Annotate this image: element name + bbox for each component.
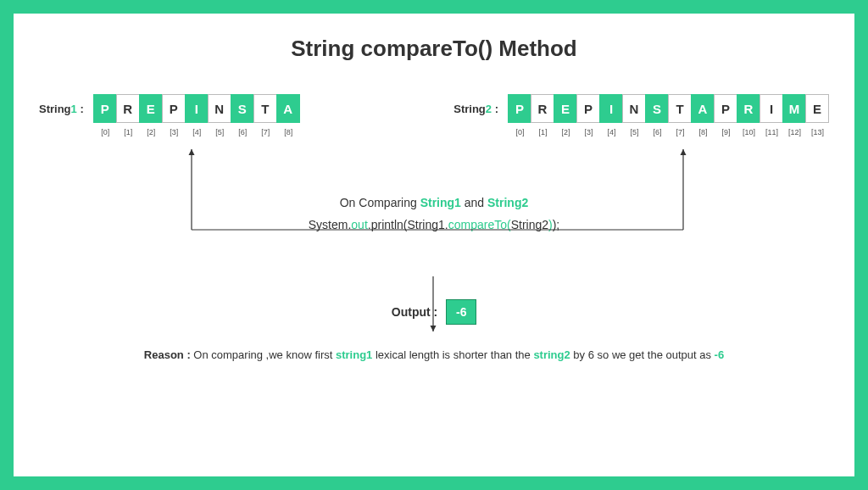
string1-label-prefix: String [39, 103, 71, 115]
char-cell-col: P[3] [577, 94, 600, 136]
page-title: String compareTo() Method [39, 36, 829, 62]
char-index: [2] [561, 128, 570, 136]
char-cell-col: N[5] [209, 94, 231, 136]
char-cell: R [531, 94, 554, 123]
char-cell-col: T[7] [669, 94, 692, 136]
reason-label: Reason : [144, 348, 191, 361]
char-cell-col: E[13] [806, 94, 829, 136]
char-index: [5] [630, 128, 638, 136]
string1-cells: P[0]R[1]E[2]P[3]I[4]N[5]S[6]T[7]A[8] [94, 94, 300, 136]
reason-val: -6 [715, 348, 725, 361]
char-index: [12] [788, 128, 801, 136]
string2-label-prefix: String [453, 103, 486, 115]
string2-label-num: 2 [486, 103, 492, 115]
char-cell-col: M[12] [783, 94, 806, 136]
compare-prefix: On Comparing [340, 196, 420, 209]
output-row: Output : -6 [39, 299, 829, 325]
reason-t3: by 6 so we get the output as [573, 348, 714, 361]
char-cell-col: E[2] [554, 94, 577, 136]
char-index: [4] [607, 128, 615, 136]
char-cell-col: P[0] [94, 94, 117, 136]
string1-label-suffix: : [77, 103, 84, 115]
char-cell: E [139, 94, 163, 123]
char-cell-col: E[2] [140, 94, 163, 136]
strings-row: String1 : P[0]R[1]E[2]P[3]I[4]N[5]S[6]T[… [39, 94, 829, 136]
code-p3: .println(String1. [368, 218, 448, 231]
char-index: [9] [721, 128, 730, 136]
char-index: [7] [676, 128, 684, 136]
char-cell-col: I[4] [186, 94, 209, 136]
arrows-svg [14, 14, 854, 476]
diagram-inner: String compareTo() Method String1 : P[0]… [14, 14, 854, 476]
char-index: [8] [698, 128, 707, 136]
char-index: [1] [124, 128, 132, 136]
output-box: -6 [446, 299, 476, 325]
char-cell: P [576, 94, 600, 123]
reason-text: Reason : On comparing ,we know first str… [39, 348, 829, 361]
char-cell: M [782, 94, 806, 123]
char-cell: S [231, 94, 254, 123]
char-cell-col: R[10] [737, 94, 760, 136]
code-p5: String2 [511, 218, 548, 231]
char-cell-col: P[0] [509, 94, 531, 136]
code-p4: compareTo( [448, 218, 511, 231]
char-cell: I [599, 94, 623, 123]
char-index: [3] [170, 128, 178, 136]
string2-label-suffix: : [492, 103, 498, 115]
char-cell: R [737, 94, 760, 123]
char-cell-col: R[1] [531, 94, 554, 136]
code-p2: out [351, 218, 367, 231]
char-index: [1] [538, 128, 547, 136]
code-line: System.out.println(String1.compareTo(Str… [39, 218, 829, 231]
char-cell-col: R[1] [117, 94, 140, 136]
char-cell-col: A[8] [277, 94, 300, 136]
char-index: [6] [653, 128, 661, 136]
reason-s1: string1 [336, 348, 372, 361]
char-cell-col: I[4] [600, 94, 623, 136]
char-cell: P [508, 94, 531, 123]
char-cell: P [93, 94, 117, 123]
char-cell: E [805, 94, 829, 123]
code-p7: ); [553, 218, 560, 231]
char-cell-col: N[5] [623, 94, 646, 136]
char-index: [13] [811, 128, 824, 136]
compare-s2: String2 [487, 196, 528, 209]
diagram-frame: String compareTo() Method String1 : P[0]… [0, 0, 868, 490]
compare-text: On Comparing String1 and String2 [39, 196, 829, 209]
char-cell: N [622, 94, 646, 123]
char-index: [7] [261, 128, 270, 136]
char-cell-col: S[6] [231, 94, 254, 136]
char-cell: A [276, 94, 300, 123]
char-cell: T [668, 94, 692, 123]
char-index: [4] [192, 128, 201, 136]
reason-t2: lexical length is shorter than the [376, 348, 533, 361]
string2-cells: P[0]R[1]E[2]P[3]I[4]N[5]S[6]T[7]A[8]P[9]… [509, 94, 829, 136]
string2-label: String2 : [453, 103, 498, 115]
char-cell: P [714, 94, 737, 123]
char-index: [11] [765, 128, 778, 136]
char-index: [3] [584, 128, 593, 136]
reason-s2: string2 [533, 348, 570, 361]
string1-label-num: 1 [71, 103, 77, 115]
char-cell: N [208, 94, 231, 123]
char-cell-col: T[7] [254, 94, 277, 136]
char-cell: T [253, 94, 277, 123]
char-cell: I [185, 94, 209, 123]
char-cell: I [760, 94, 783, 123]
char-cell-col: S[6] [646, 94, 669, 136]
char-index: [0] [515, 128, 524, 136]
char-index: [2] [147, 128, 155, 136]
reason-t1: On comparing ,we know first [193, 348, 336, 361]
char-cell-col: P[3] [163, 94, 186, 136]
char-index: [10] [743, 128, 755, 136]
char-cell: P [162, 94, 186, 123]
char-cell-col: A[8] [692, 94, 715, 136]
char-index: [5] [215, 128, 224, 136]
char-cell-col: P[9] [715, 94, 737, 136]
char-cell: S [645, 94, 669, 123]
string1-block: String1 : P[0]R[1]E[2]P[3]I[4]N[5]S[6]T[… [39, 94, 300, 136]
char-index: [6] [238, 128, 247, 136]
char-cell: R [116, 94, 140, 123]
compare-s1: String1 [420, 196, 461, 209]
char-cell: A [691, 94, 715, 123]
